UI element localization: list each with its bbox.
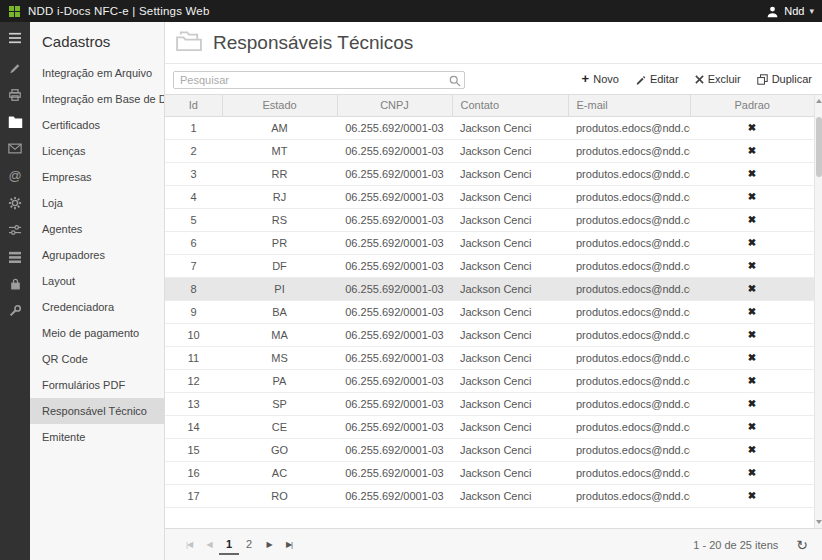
lock-icon[interactable] bbox=[0, 270, 30, 297]
cell-id: 16 bbox=[165, 461, 222, 484]
cell-email: produtos.edocs@ndd.com.br bbox=[568, 139, 690, 162]
pen-icon[interactable] bbox=[0, 54, 30, 81]
pager-first-button[interactable]: |◀ bbox=[179, 540, 199, 549]
app-grid-icon[interactable] bbox=[9, 6, 20, 17]
sidebar-item-formul-rios-pdf[interactable]: Formulários PDF bbox=[30, 372, 164, 398]
table-row[interactable]: 9BA06.255.692/0001-03Jackson Cenciprodut… bbox=[165, 300, 814, 323]
cell-email: produtos.edocs@ndd.com.br bbox=[568, 208, 690, 231]
gear-icon[interactable] bbox=[0, 189, 30, 216]
scroll-down-icon[interactable] bbox=[816, 520, 822, 524]
novo-button[interactable]: + Novo bbox=[582, 73, 619, 85]
table-row[interactable]: 6PR06.255.692/0001-03Jackson Cenciprodut… bbox=[165, 231, 814, 254]
user-menu[interactable]: Ndd ▾ bbox=[766, 0, 814, 22]
sidebar-item-qr-code[interactable]: QR Code bbox=[30, 346, 164, 372]
user-name: Ndd bbox=[784, 5, 804, 17]
column-header-estado[interactable]: Estado bbox=[222, 95, 337, 116]
column-header-email[interactable]: E-mail bbox=[568, 95, 690, 116]
cell-padrao: ✖ bbox=[690, 484, 814, 507]
cell-estado: MA bbox=[222, 323, 337, 346]
column-header-id[interactable]: Id bbox=[165, 95, 222, 116]
table-row[interactable]: 15GO06.255.692/0001-03Jackson Cenciprodu… bbox=[165, 438, 814, 461]
pager-page-1[interactable]: 1 bbox=[219, 535, 239, 555]
sidebar-item-agrupadores[interactable]: Agrupadores bbox=[30, 242, 164, 268]
search-icon bbox=[449, 73, 461, 91]
cell-padrao: ✖ bbox=[690, 392, 814, 415]
pager-page-2[interactable]: 2 bbox=[239, 535, 259, 555]
sidebar-item-integra-o-em-arquivo[interactable]: Integração em Arquivo bbox=[30, 60, 164, 86]
cell-contato: Jackson Cenci bbox=[452, 185, 568, 208]
cell-id: 11 bbox=[165, 346, 222, 369]
cell-email: produtos.edocs@ndd.com.br bbox=[568, 116, 690, 139]
pager-next-button[interactable]: ▶ bbox=[259, 540, 279, 549]
table-row[interactable]: 4RJ06.255.692/0001-03Jackson Cenciprodut… bbox=[165, 185, 814, 208]
sliders-icon[interactable] bbox=[0, 216, 30, 243]
search-input[interactable] bbox=[173, 71, 465, 89]
pager-last-button[interactable]: ▶| bbox=[279, 540, 299, 549]
at-icon[interactable]: @ bbox=[0, 162, 30, 189]
sidebar-item-layout[interactable]: Layout bbox=[30, 268, 164, 294]
table-row[interactable]: 14CE06.255.692/0001-03Jackson Cenciprodu… bbox=[165, 415, 814, 438]
sidebar-item-credenciadora[interactable]: Credenciadora bbox=[30, 294, 164, 320]
column-header-padrao[interactable]: Padrao bbox=[690, 95, 814, 116]
cell-id: 10 bbox=[165, 323, 222, 346]
envelope-icon[interactable] bbox=[0, 135, 30, 162]
column-header-cnpj[interactable]: CNPJ bbox=[337, 95, 452, 116]
table-row[interactable]: 10MA06.255.692/0001-03Jackson Cenciprodu… bbox=[165, 323, 814, 346]
hamburger-menu-icon[interactable] bbox=[0, 22, 30, 54]
sidebar-item-emitente[interactable]: Emitente bbox=[30, 424, 164, 450]
table-row[interactable]: 11MS06.255.692/0001-03Jackson Cenciprodu… bbox=[165, 346, 814, 369]
duplicar-button[interactable]: Duplicar bbox=[757, 73, 812, 85]
sidebar-item-certificados[interactable]: Certificados bbox=[30, 112, 164, 138]
sidebar-item-respons-vel-t-cnico[interactable]: Responsável Técnico bbox=[30, 398, 164, 424]
cell-padrao: ✖ bbox=[690, 162, 814, 185]
cell-estado: RJ bbox=[222, 185, 337, 208]
sidebar-item-meio-de-pagamento[interactable]: Meio de pagamento bbox=[30, 320, 164, 346]
pager: |◀ ◀ 12 ▶ ▶| 1 - 20 de 25 itens ↻ bbox=[165, 528, 822, 560]
refresh-icon[interactable]: ↻ bbox=[796, 537, 808, 553]
cell-estado: PR bbox=[222, 231, 337, 254]
scroll-up-icon[interactable] bbox=[816, 99, 822, 103]
table-row[interactable]: 16AC06.255.692/0001-03Jackson Cenciprodu… bbox=[165, 461, 814, 484]
cell-contato: Jackson Cenci bbox=[452, 392, 568, 415]
cell-padrao: ✖ bbox=[690, 438, 814, 461]
cell-cnpj: 06.255.692/0001-03 bbox=[337, 208, 452, 231]
table-row[interactable]: 8PI06.255.692/0001-03Jackson Cenciprodut… bbox=[165, 277, 814, 300]
cell-estado: AC bbox=[222, 461, 337, 484]
cell-contato: Jackson Cenci bbox=[452, 484, 568, 507]
cell-padrao: ✖ bbox=[690, 323, 814, 346]
printer-icon[interactable] bbox=[0, 81, 30, 108]
copy-icon bbox=[757, 74, 768, 85]
cell-contato: Jackson Cenci bbox=[452, 139, 568, 162]
pager-prev-button[interactable]: ◀ bbox=[199, 540, 219, 549]
sidebar-item-licen-as[interactable]: Licenças bbox=[30, 138, 164, 164]
cell-padrao: ✖ bbox=[690, 300, 814, 323]
wrench-icon[interactable] bbox=[0, 297, 30, 324]
cell-email: produtos.edocs@ndd.com.br bbox=[568, 323, 690, 346]
editar-button[interactable]: Editar bbox=[635, 73, 679, 85]
cell-padrao: ✖ bbox=[690, 415, 814, 438]
vertical-scrollbar[interactable] bbox=[814, 95, 822, 528]
table-row[interactable]: 5RS06.255.692/0001-03Jackson Cenciprodut… bbox=[165, 208, 814, 231]
folder-icon[interactable] bbox=[0, 108, 30, 135]
column-header-contato[interactable]: Contato bbox=[452, 95, 568, 116]
sidebar-item-empresas[interactable]: Empresas bbox=[30, 164, 164, 190]
table-row[interactable]: 17RO06.255.692/0001-03Jackson Cenciprodu… bbox=[165, 484, 814, 507]
cell-contato: Jackson Cenci bbox=[452, 116, 568, 139]
table-row[interactable]: 2MT06.255.692/0001-03Jackson Cenciprodut… bbox=[165, 139, 814, 162]
cell-padrao: ✖ bbox=[690, 139, 814, 162]
table-row[interactable]: 1AM06.255.692/0001-03Jackson Cenciprodut… bbox=[165, 116, 814, 139]
sidebar-item-loja[interactable]: Loja bbox=[30, 190, 164, 216]
table-row[interactable]: 3RR06.255.692/0001-03Jackson Cenciprodut… bbox=[165, 162, 814, 185]
data-grid: IdEstadoCNPJContatoE-mailPadrao 1AM06.25… bbox=[165, 94, 822, 528]
cell-id: 5 bbox=[165, 208, 222, 231]
cell-padrao: ✖ bbox=[690, 369, 814, 392]
cell-padrao: ✖ bbox=[690, 277, 814, 300]
list-icon[interactable] bbox=[0, 243, 30, 270]
table-row[interactable]: 13SP06.255.692/0001-03Jackson Cenciprodu… bbox=[165, 392, 814, 415]
sidebar-item-agentes[interactable]: Agentes bbox=[30, 216, 164, 242]
excluir-button[interactable]: Excluir bbox=[695, 73, 741, 85]
sidebar-item-integra-o-em-base-de-dados[interactable]: Integração em Base de Dados bbox=[30, 86, 164, 112]
table-row[interactable]: 12PA06.255.692/0001-03Jackson Cenciprodu… bbox=[165, 369, 814, 392]
table-row[interactable]: 7DF06.255.692/0001-03Jackson Cenciprodut… bbox=[165, 254, 814, 277]
scrollbar-thumb[interactable] bbox=[816, 117, 822, 177]
